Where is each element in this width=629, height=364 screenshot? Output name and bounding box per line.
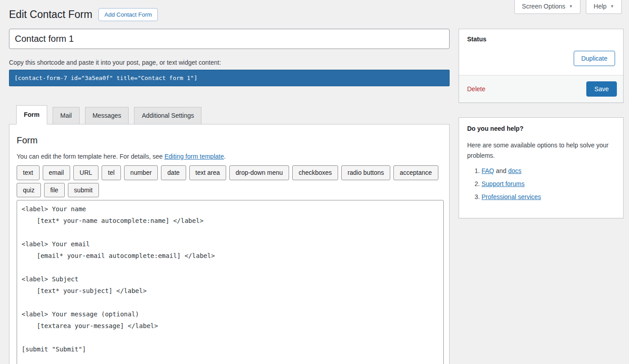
tag-button-quiz[interactable]: quiz xyxy=(17,183,41,198)
tag-button-drop-down-menu[interactable]: drop-down menu xyxy=(229,165,289,180)
support-forums-link[interactable]: Support forums xyxy=(482,180,525,187)
form-panel-description: You can edit the form template here. For… xyxy=(17,153,442,160)
help-label: Help xyxy=(593,3,607,10)
screen-options-label: Screen Options xyxy=(522,3,566,10)
tag-button-checkboxes[interactable]: checkboxes xyxy=(292,165,338,180)
faq-docs-connector: and xyxy=(494,167,508,174)
status-heading: Status xyxy=(467,36,615,43)
tag-button-number[interactable]: number xyxy=(124,165,158,180)
professional-services-link[interactable]: Professional services xyxy=(482,193,541,200)
help-box: Do you need help? Here are some availabl… xyxy=(459,117,624,218)
tag-button-text[interactable]: text xyxy=(17,165,40,180)
tab-mail[interactable]: Mail xyxy=(53,107,80,124)
tag-button-email[interactable]: email xyxy=(43,165,70,180)
main-column: Copy this shortcode and paste it into yo… xyxy=(9,29,450,364)
help-item-support-forums: Support forums xyxy=(482,180,615,187)
description-text-before: You can edit the form template here. For… xyxy=(17,153,165,160)
form-template-editor[interactable]: <label> Your name [text* your-name autoc… xyxy=(17,200,444,364)
tag-button-url[interactable]: URL xyxy=(73,165,98,180)
help-toggle[interactable]: Help ▼ xyxy=(586,0,622,14)
tag-button-acceptance[interactable]: acceptance xyxy=(393,165,438,180)
tag-generator-buttons: text email URL tel number date text area… xyxy=(17,165,448,198)
add-contact-form-button[interactable]: Add Contact Form xyxy=(98,8,158,21)
delete-link[interactable]: Delete xyxy=(467,85,485,93)
form-panel: Form You can edit the form template here… xyxy=(9,124,450,364)
screen-meta-links: Screen Options ▼ Help ▼ xyxy=(514,0,622,14)
tag-button-submit[interactable]: submit xyxy=(68,183,99,198)
shortcode-input[interactable]: [contact-form-7 id="3a5ea0f" title="Cont… xyxy=(9,70,450,86)
tab-messages[interactable]: Messages xyxy=(85,107,129,124)
tag-button-radio-buttons[interactable]: radio buttons xyxy=(341,165,390,180)
status-box-footer: Delete Save xyxy=(459,75,623,102)
form-title-input[interactable] xyxy=(9,29,450,49)
help-links-list: FAQ and docs Support forums Professional… xyxy=(482,167,615,200)
tab-form[interactable]: Form xyxy=(16,105,47,124)
chevron-down-icon: ▼ xyxy=(610,4,614,9)
description-text-after: . xyxy=(224,153,226,160)
page-title: Edit Contact Form xyxy=(9,8,92,22)
tag-button-tel[interactable]: tel xyxy=(102,165,121,180)
help-intro: Here are some available options to help … xyxy=(467,140,615,161)
docs-link[interactable]: docs xyxy=(508,167,522,174)
chevron-down-icon: ▼ xyxy=(569,4,573,9)
tab-additional-settings[interactable]: Additional Settings xyxy=(134,107,201,124)
duplicate-button[interactable]: Duplicate xyxy=(574,51,615,66)
tag-button-date[interactable]: date xyxy=(161,165,186,180)
sidebar: Status Duplicate Delete Save Do you need… xyxy=(459,29,624,218)
editing-form-template-link[interactable]: Editing form template xyxy=(165,153,224,160)
status-box-header: Status xyxy=(459,29,623,43)
help-heading: Do you need help? xyxy=(467,125,615,132)
form-panel-heading: Form xyxy=(17,135,442,146)
screen-options-toggle[interactable]: Screen Options ▼ xyxy=(514,0,580,14)
help-item-faq-docs: FAQ and docs xyxy=(482,167,615,174)
editor-tabs: Form Mail Messages Additional Settings xyxy=(9,105,450,124)
tag-button-file[interactable]: file xyxy=(44,183,65,198)
status-box: Status Duplicate Delete Save xyxy=(459,29,624,103)
columns: Copy this shortcode and paste it into yo… xyxy=(9,29,624,364)
tag-button-text-area[interactable]: text area xyxy=(189,165,226,180)
status-box-body: Duplicate xyxy=(459,43,623,75)
save-button[interactable]: Save xyxy=(586,81,617,97)
faq-link[interactable]: FAQ xyxy=(482,167,494,174)
help-item-professional-services: Professional services xyxy=(482,193,615,200)
page-wrap: Edit Contact Form Add Contact Form Copy … xyxy=(0,0,629,364)
shortcode-description: Copy this shortcode and paste it into yo… xyxy=(9,59,450,66)
